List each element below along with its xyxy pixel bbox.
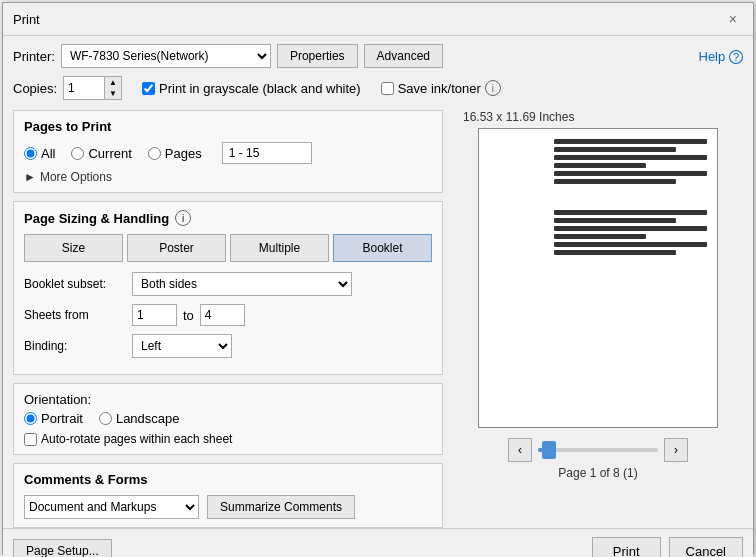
preview-dimensions: 16.53 x 11.69 Inches	[463, 110, 574, 124]
preview-line	[554, 210, 707, 215]
preview-line	[554, 234, 646, 239]
dialog-body: Printer: WF-7830 Series(Network) Propert…	[3, 36, 753, 528]
sheets-to-label: to	[183, 308, 194, 323]
sheets-inputs: to	[132, 304, 245, 326]
page-indicator: Page 1 of 8 (1)	[558, 466, 637, 480]
slider-thumb[interactable]	[542, 441, 556, 459]
portrait-radio[interactable]	[24, 412, 37, 425]
preview-nav-row: ‹ ›	[508, 438, 688, 462]
sheets-from-input[interactable]	[132, 304, 177, 326]
sizing-title-row: Page Sizing & Handling i	[24, 210, 432, 226]
properties-button[interactable]: Properties	[277, 44, 358, 68]
pages-section: Pages to Print All Current Pages	[13, 110, 443, 193]
preview-line	[554, 218, 676, 223]
page-slider	[538, 438, 658, 462]
pages-radio[interactable]	[148, 147, 161, 160]
preview-lines-bottom	[554, 210, 707, 255]
preview-line	[554, 242, 707, 247]
comments-title: Comments & Forms	[24, 472, 432, 487]
copies-label: Copies:	[13, 81, 57, 96]
bottom-bar: Page Setup... Print Cancel	[3, 528, 753, 557]
copies-input-wrap: ▲ ▼	[63, 76, 122, 100]
size-button[interactable]: Size	[24, 234, 123, 262]
orientation-row: Portrait Landscape	[24, 411, 432, 426]
help-link[interactable]: Help ?	[699, 49, 744, 64]
orientation-section: Orientation: Portrait Landscape	[13, 383, 443, 455]
preview-line	[554, 155, 707, 160]
grayscale-group: Print in grayscale (black and white)	[142, 81, 361, 96]
bottom-right-buttons: Print Cancel	[592, 537, 743, 557]
comments-row: Document and Markups Document Form field…	[24, 495, 432, 519]
copies-input[interactable]	[64, 77, 104, 99]
right-panel: 16.53 x 11.69 Inches	[453, 110, 743, 528]
orientation-label: Orientation:	[24, 392, 91, 407]
pages-range-input[interactable]	[222, 142, 312, 164]
sizing-info-icon[interactable]: i	[175, 210, 191, 226]
title-bar: Print ×	[3, 3, 753, 36]
preview-line	[554, 250, 676, 255]
more-options-label: More Options	[40, 170, 112, 184]
current-label: Current	[88, 146, 131, 161]
close-button[interactable]: ×	[723, 9, 743, 29]
pages-label: Pages	[165, 146, 202, 161]
copies-up-button[interactable]: ▲	[105, 77, 121, 88]
comments-select[interactable]: Document and Markups Document Form field…	[24, 495, 199, 519]
summarize-comments-button[interactable]: Summarize Comments	[207, 495, 355, 519]
printer-label: Printer:	[13, 49, 55, 64]
preview-line	[554, 226, 707, 231]
printer-select[interactable]: WF-7830 Series(Network)	[61, 44, 271, 68]
landscape-radio[interactable]	[99, 412, 112, 425]
slider-track	[538, 448, 658, 452]
portrait-label: Portrait	[41, 411, 83, 426]
sheets-to-input[interactable]	[200, 304, 245, 326]
grayscale-label: Print in grayscale (black and white)	[159, 81, 361, 96]
autorotate-row: Auto-rotate pages within each sheet	[24, 432, 432, 446]
copies-spinner: ▲ ▼	[104, 77, 121, 99]
copies-group: Copies: ▲ ▼	[13, 76, 122, 100]
sizing-title: Page Sizing & Handling	[24, 211, 169, 226]
booklet-subset-label: Booklet subset:	[24, 277, 124, 291]
prev-page-button[interactable]: ‹	[508, 438, 532, 462]
portrait-radio-group: Portrait	[24, 411, 83, 426]
binding-select[interactable]: Left Right Top	[132, 334, 232, 358]
copies-row: Copies: ▲ ▼ Print in grayscale (black an…	[13, 76, 743, 100]
more-options-toggle[interactable]: ► More Options	[24, 170, 432, 184]
booklet-subset-row: Booklet subset: Both sides Front side on…	[24, 272, 432, 296]
copies-down-button[interactable]: ▼	[105, 88, 121, 99]
poster-button[interactable]: Poster	[127, 234, 226, 262]
preview-line	[554, 147, 676, 152]
save-ink-label: Save ink/toner	[398, 81, 481, 96]
next-page-button[interactable]: ›	[664, 438, 688, 462]
all-label: All	[41, 146, 55, 161]
cancel-button[interactable]: Cancel	[669, 537, 743, 557]
multiple-button[interactable]: Multiple	[230, 234, 329, 262]
booklet-subset-select[interactable]: Both sides Front side only Back side onl…	[132, 272, 352, 296]
doc-preview	[479, 129, 717, 427]
main-content: Pages to Print All Current Pages	[13, 110, 743, 528]
save-ink-checkbox[interactable]	[381, 82, 394, 95]
sheets-from-label: Sheets from	[24, 308, 124, 322]
print-button[interactable]: Print	[592, 537, 661, 557]
page-setup-button[interactable]: Page Setup...	[13, 539, 112, 557]
autorotate-checkbox[interactable]	[24, 433, 37, 446]
comments-section: Comments & Forms Document and Markups Do…	[13, 463, 443, 528]
dialog-title: Print	[13, 12, 40, 27]
binding-row: Binding: Left Right Top	[24, 334, 432, 358]
booklet-button[interactable]: Booklet	[333, 234, 432, 262]
sheets-from-row: Sheets from to	[24, 304, 432, 326]
advanced-button[interactable]: Advanced	[364, 44, 443, 68]
preview-lines-top	[554, 139, 707, 184]
preview-line	[554, 171, 707, 176]
more-options-arrow: ►	[24, 170, 36, 184]
current-radio[interactable]	[71, 147, 84, 160]
sizing-buttons: Size Poster Multiple Booklet	[24, 234, 432, 262]
pages-options-row: All Current Pages	[24, 142, 432, 164]
grayscale-checkbox[interactable]	[142, 82, 155, 95]
pages-title: Pages to Print	[24, 119, 432, 134]
landscape-label: Landscape	[116, 411, 180, 426]
left-panel: Pages to Print All Current Pages	[13, 110, 443, 528]
all-radio[interactable]	[24, 147, 37, 160]
binding-label: Binding:	[24, 339, 124, 353]
current-radio-group: Current	[71, 146, 131, 161]
save-ink-info-icon[interactable]: i	[485, 80, 501, 96]
